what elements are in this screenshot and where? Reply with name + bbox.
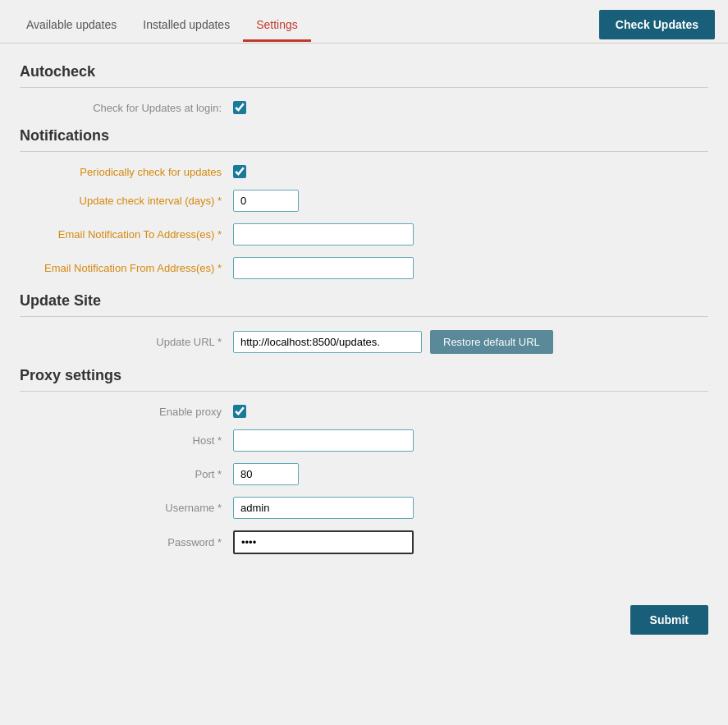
interval-label: Update check interval (days) * (36, 195, 233, 207)
tab-settings[interactable]: Settings (243, 11, 311, 42)
check-updates-button[interactable]: Check Updates (599, 10, 715, 39)
username-input[interactable] (233, 497, 414, 519)
update-url-label: Update URL * (36, 336, 233, 348)
enable-proxy-row: Enable proxy (20, 405, 708, 418)
port-input[interactable] (233, 463, 299, 485)
submit-button[interactable]: Submit (630, 605, 708, 635)
port-label: Port * (36, 468, 233, 480)
password-label: Password * (36, 536, 233, 548)
proxy-settings-divider (20, 391, 708, 392)
host-input[interactable] (233, 429, 414, 452)
interval-input[interactable] (233, 190, 299, 212)
password-row: Password * (20, 530, 708, 554)
username-row: Username * (20, 497, 708, 519)
email-from-label: Email Notification From Address(es) * (36, 262, 233, 274)
username-label: Username * (36, 502, 233, 514)
main-container: Available updates Installed updates Sett… (0, 0, 728, 725)
email-from-row: Email Notification From Address(es) * (20, 257, 708, 279)
tab-bar: Available updates Installed updates Sett… (0, 0, 728, 44)
check-at-login-row: Check for Updates at login: (20, 101, 708, 114)
host-row: Host * (20, 429, 708, 452)
enable-proxy-checkbox[interactable] (233, 405, 246, 418)
update-url-row: Update URL * Restore default URL (20, 330, 708, 354)
tab-installed-updates[interactable]: Installed updates (130, 11, 243, 42)
check-at-login-label: Check for Updates at login: (36, 102, 233, 114)
notifications-divider (20, 151, 708, 152)
email-to-label: Email Notification To Address(es) * (36, 228, 233, 241)
submit-row: Submit (0, 592, 728, 648)
password-input[interactable] (233, 530, 414, 554)
notifications-title: Notifications (20, 127, 708, 145)
periodically-check-checkbox[interactable] (233, 165, 246, 178)
email-to-row: Email Notification To Address(es) * (20, 223, 708, 245)
restore-default-url-button[interactable]: Restore default URL (430, 330, 553, 354)
update-site-title: Update Site (20, 292, 708, 310)
interval-row: Update check interval (days) * (20, 190, 708, 212)
periodically-check-label: Periodically check for updates (36, 166, 233, 178)
periodically-check-row: Periodically check for updates (20, 165, 708, 178)
settings-content: Autocheck Check for Updates at login: No… (0, 44, 728, 585)
autocheck-divider (20, 87, 708, 88)
email-to-input[interactable] (233, 223, 414, 245)
update-site-divider (20, 316, 708, 317)
host-label: Host * (36, 434, 233, 447)
tab-available-updates[interactable]: Available updates (13, 11, 130, 42)
port-row: Port * (20, 463, 708, 485)
email-from-input[interactable] (233, 257, 414, 279)
update-url-input[interactable] (233, 331, 422, 353)
autocheck-title: Autocheck (20, 63, 708, 80)
check-at-login-checkbox[interactable] (233, 101, 246, 114)
proxy-settings-title: Proxy settings (20, 367, 708, 384)
tabs: Available updates Installed updates Sett… (13, 11, 311, 41)
enable-proxy-label: Enable proxy (36, 406, 233, 418)
